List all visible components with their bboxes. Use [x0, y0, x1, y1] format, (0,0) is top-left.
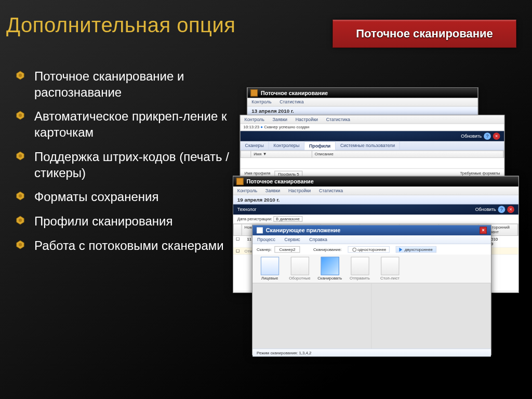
menu-item[interactable]: Процесс	[252, 235, 280, 244]
app-icon	[250, 89, 258, 97]
page-front-icon	[260, 257, 278, 275]
svg-point-11	[19, 243, 22, 246]
tool-back[interactable]: Оборотные	[286, 257, 314, 281]
date-banner: 19 апреля 2010 г.	[233, 195, 518, 205]
tabs[interactable]: Сканеры Контролеры Профили Системные пол…	[241, 141, 504, 151]
play-icon	[400, 247, 403, 251]
window-titlebar[interactable]: Поточное сканирование	[247, 88, 477, 98]
app-icon	[236, 178, 244, 185]
status-bar: Режим сканирования: 1,3,4,2	[252, 349, 491, 357]
bullet-icon	[16, 151, 25, 161]
scanner-app-window: Сканирующее приложение × Процесс Сервис …	[252, 225, 491, 355]
tab-system-users[interactable]: Системные пользователи	[336, 141, 400, 150]
scan-icon	[321, 257, 339, 275]
svg-point-9	[19, 219, 22, 222]
close-icon[interactable]: ×	[480, 227, 487, 234]
info-ribbon: Технолог Обновить?×	[233, 204, 518, 215]
feature-item: Поточное сканирование и распознавание	[16, 64, 234, 104]
menu-item[interactable]: Настройки	[291, 115, 322, 124]
preview-left	[252, 284, 371, 348]
menubar[interactable]: Контроль Статистика	[247, 98, 477, 107]
preview-right	[372, 284, 491, 348]
close-icon[interactable]: ×	[493, 132, 500, 140]
menubar[interactable]: Контроль Заявки Настройки Статистика	[241, 115, 504, 124]
scanner-select[interactable]: Сканер2	[275, 246, 300, 253]
table-header: Имя ▼ Описание	[241, 151, 504, 158]
bullet-icon	[16, 216, 25, 225]
mode-single[interactable]: одностороннее	[348, 246, 390, 253]
menu-item[interactable]: Контроль	[241, 115, 269, 124]
tab-scanners[interactable]: Сканеры	[241, 141, 269, 150]
tab-controllers[interactable]: Контролеры	[269, 141, 304, 150]
svg-point-7	[19, 194, 22, 197]
menu-item[interactable]: Контроль	[247, 98, 275, 107]
menu-item[interactable]: Заявки	[261, 187, 284, 195]
feature-badge: Поточное сканирование	[332, 20, 516, 48]
menu-item[interactable]: Статистика	[275, 98, 308, 107]
bullet-icon	[16, 71, 25, 80]
close-icon[interactable]: ×	[507, 206, 514, 213]
menubar[interactable]: Процесс Сервис Справка	[252, 235, 491, 244]
feature-item: Автоматическое прикреп-ление к карточкам	[16, 104, 234, 144]
svg-point-5	[19, 154, 22, 157]
menu-item[interactable]: Сервис	[280, 235, 305, 244]
bullet-icon	[16, 240, 25, 249]
slide-title: Дополнительная опция	[6, 14, 235, 37]
menubar[interactable]: Контроль Заявки Настройки Статистика	[233, 187, 518, 195]
menu-item[interactable]: Справка	[305, 235, 332, 244]
feature-item: Профили сканирования	[16, 209, 234, 234]
window-titlebar[interactable]: Сканирующее приложение ×	[252, 225, 491, 236]
window-titlebar[interactable]: Поточное сканирование	[233, 177, 518, 187]
app-icon	[257, 228, 263, 234]
screenshot-stack: Поточное сканирование Контроль Статистик…	[233, 87, 518, 373]
bullet-icon	[16, 191, 25, 201]
toolbar: Лицевые Оборотные Сканировать Отправить …	[252, 255, 491, 283]
menu-item[interactable]: Статистика	[322, 115, 354, 124]
feature-item: Работа с потоковыми сканерами	[16, 234, 234, 258]
date-range-select[interactable]: В диапазоне	[273, 216, 302, 222]
tab-profiles[interactable]: Профили	[304, 141, 336, 150]
svg-point-3	[19, 114, 22, 117]
send-icon	[351, 257, 369, 275]
preview-panes	[252, 283, 491, 348]
svg-point-1	[19, 74, 22, 77]
menu-item[interactable]: Статистика	[315, 187, 347, 195]
refresh-button[interactable]: Обновить	[461, 134, 482, 139]
help-icon[interactable]: ?	[498, 206, 506, 213]
menu-item[interactable]: Заявки	[269, 115, 291, 124]
feature-item: Поддержка штрих-кодов (печать / стикеры)	[16, 145, 234, 185]
stop-icon	[381, 257, 399, 275]
tool-front[interactable]: Лицевые	[256, 257, 284, 281]
refresh-button[interactable]: Обновить	[475, 207, 496, 212]
page-back-icon	[290, 257, 309, 275]
menu-item[interactable]: Контроль	[233, 187, 261, 195]
menu-item[interactable]: Настройки	[284, 187, 315, 195]
tool-send[interactable]: Отправить	[346, 257, 374, 281]
tool-scan[interactable]: Сканировать	[316, 257, 344, 281]
info-ribbon: Обновить?×	[241, 131, 504, 141]
feature-item: Форматы сохранения	[16, 185, 234, 209]
help-icon[interactable]: ?	[484, 132, 491, 140]
feature-list: Поточное сканирование и распознавание Ав…	[16, 64, 234, 258]
bullet-icon	[16, 111, 25, 120]
mode-double[interactable]: двухстороннее	[396, 246, 436, 253]
tool-stoplist[interactable]: Стоп-лист	[376, 257, 404, 281]
